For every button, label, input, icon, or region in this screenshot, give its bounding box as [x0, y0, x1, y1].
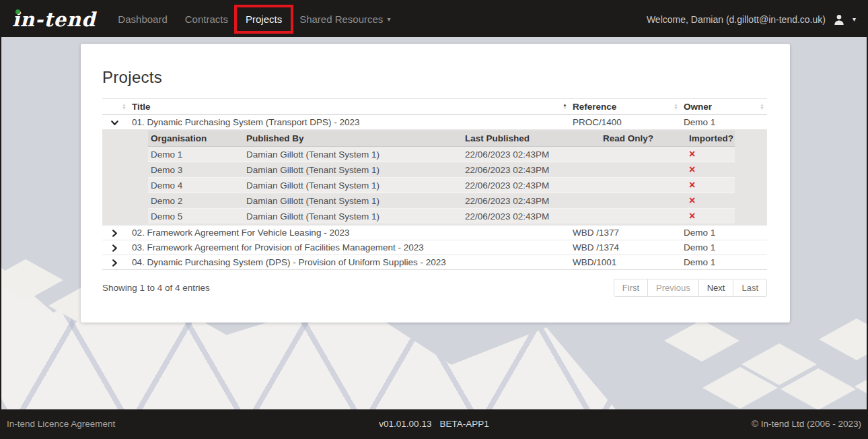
detail-row: Organisation Published By Last Published… — [102, 129, 767, 226]
main-nav: Dashboard Contracts Projects Shared Reso… — [109, 7, 399, 31]
caret-down-icon: ▾ — [853, 16, 856, 23]
detail-header-row: Organisation Published By Last Published… — [148, 131, 735, 147]
expand-toggle[interactable] — [102, 255, 129, 270]
project-reference: WBD /1377 — [570, 226, 681, 240]
read-only — [600, 193, 686, 209]
table-row[interactable]: 03. Framework Agreement for Provision of… — [102, 240, 767, 255]
chevron-down-icon — [110, 119, 119, 127]
column-header-reference[interactable]: Reference ▲▼ — [570, 99, 681, 115]
column-header-title[interactable]: Title ▲▼ — [129, 99, 570, 115]
published-by: Damian Gillott (Tenant System 1) — [244, 162, 462, 178]
project-reference: WBD/1001 — [570, 255, 681, 270]
detail-data-row: Demo 2 Damian Gillott (Tenant System 1) … — [148, 193, 735, 209]
column-header-last-published: Last Published — [462, 131, 600, 147]
table-row[interactable]: 01. Dynamic Purchasing System (Transport… — [102, 115, 767, 130]
logo-green-dot-icon — [15, 9, 20, 14]
project-title: 02. Framework Agreement For Vehicle Leas… — [129, 226, 570, 240]
chevron-right-icon — [110, 259, 119, 267]
publication-details: Organisation Published By Last Published… — [102, 129, 767, 225]
last-published: 22/06/2023 02:43PM — [462, 193, 600, 209]
page-title: Projects — [102, 68, 790, 87]
copyright-text: © In-tend Ltd (2006 - 2023) — [489, 419, 861, 429]
project-title: 03. Framework Agreement for Provision of… — [129, 240, 570, 255]
project-reference: WBD /1374 — [570, 240, 681, 255]
published-by: Damian Gillott (Tenant System 1) — [244, 209, 462, 224]
project-owner: Demo 1 — [681, 240, 767, 255]
nav-item-contracts[interactable]: Contracts — [176, 7, 237, 31]
project-reference: PROC/1400 — [570, 115, 681, 130]
not-imported-icon: × — [689, 164, 695, 175]
pagination-last-button[interactable]: Last — [733, 279, 767, 297]
last-published: 22/06/2023 02:43PM — [462, 162, 600, 178]
organisation: Demo 5 — [148, 209, 244, 224]
organisation: Demo 2 — [148, 193, 244, 209]
welcome-text: Welcome, Damian (d.gillott@in-tend.co.uk… — [647, 14, 826, 25]
chevron-right-icon — [110, 229, 119, 238]
column-header-owner[interactable]: Owner ▲▼ — [681, 99, 767, 115]
published-by: Damian Gillott (Tenant System 1) — [244, 193, 462, 209]
top-navbar: in-tend Dashboard Contracts Projects Sha… — [1, 1, 867, 37]
table-row[interactable]: 02. Framework Agreement For Vehicle Leas… — [102, 226, 767, 240]
project-owner: Demo 1 — [681, 226, 767, 240]
not-imported-icon: × — [689, 195, 695, 206]
pagination-next-button[interactable]: Next — [698, 279, 734, 297]
entries-summary: Showing 1 to 4 of 4 entries — [102, 283, 210, 293]
pagination-previous-button[interactable]: Previous — [647, 279, 699, 297]
organisation: Demo 1 — [148, 147, 244, 162]
projects-card: Projects ▲▼ Titl — [81, 44, 790, 323]
last-published: 22/06/2023 02:43PM — [462, 178, 600, 193]
project-owner: Demo 1 — [681, 255, 767, 270]
organisation: Demo 3 — [148, 162, 244, 178]
organisation: Demo 4 — [148, 178, 244, 193]
project-title: 04. Dynamic Purchasing System (DPS) - Pr… — [129, 255, 570, 270]
sort-ascending-icon: ▲▼ — [563, 104, 567, 110]
licence-agreement-link[interactable]: In-tend Licence Agreement — [7, 419, 379, 429]
user-icon — [832, 13, 846, 26]
pagination-first-button[interactable]: First — [614, 279, 648, 297]
published-by: Damian Gillott (Tenant System 1) — [244, 178, 462, 193]
detail-data-row: Demo 3 Damian Gillott (Tenant System 1) … — [148, 162, 735, 178]
footer: In-tend Licence Agreement v01.01.00.13 B… — [1, 409, 867, 438]
not-imported-icon: × — [689, 210, 695, 222]
environment-label: BETA-APP1 — [439, 419, 489, 429]
nav-item-shared-resources[interactable]: Shared Resources ▾ — [291, 7, 399, 31]
not-imported-icon: × — [689, 179, 695, 191]
column-header-organisation: Organisation — [148, 131, 244, 147]
read-only — [600, 147, 686, 162]
publications-table: Organisation Published By Last Published… — [148, 130, 735, 224]
collapse-toggle[interactable] — [102, 115, 129, 130]
sort-icon: ▲▼ — [122, 104, 126, 110]
table-header-row: ▲▼ Title ▲▼ Refere — [102, 99, 767, 115]
column-header-published-by: Published By — [244, 131, 462, 147]
read-only — [600, 178, 686, 193]
user-menu[interactable]: Welcome, Damian (d.gillott@in-tend.co.uk… — [647, 13, 856, 26]
not-imported-icon: × — [689, 148, 695, 160]
version-info: v01.01.00.13 BETA-APP1 — [379, 419, 489, 429]
project-title: 01. Dynamic Purchasing System (Transport… — [129, 115, 570, 130]
detail-data-row: Demo 4 Damian Gillott (Tenant System 1) … — [148, 178, 735, 193]
sort-icon: ▲▼ — [760, 104, 764, 110]
detail-data-row: Demo 5 Damian Gillott (Tenant System 1) … — [148, 209, 735, 224]
nav-item-projects[interactable]: Projects — [237, 7, 291, 31]
logo-text: in-tend — [12, 8, 96, 31]
version-number: v01.01.00.13 — [379, 419, 431, 429]
expand-toggle[interactable] — [102, 240, 129, 255]
app-logo[interactable]: in-tend — [12, 8, 96, 31]
table-row[interactable]: 04. Dynamic Purchasing System (DPS) - Pr… — [102, 255, 767, 270]
pagination: First Previous Next Last — [614, 279, 767, 297]
nav-item-dashboard[interactable]: Dashboard — [109, 7, 176, 31]
published-by: Damian Gillott (Tenant System 1) — [244, 147, 462, 162]
projects-table: ▲▼ Title ▲▼ Refere — [102, 98, 767, 270]
column-header-imported: Imported? — [686, 131, 735, 147]
project-owner: Demo 1 — [681, 115, 767, 130]
expand-toggle[interactable] — [102, 226, 129, 240]
read-only — [600, 162, 686, 178]
chevron-right-icon — [110, 244, 119, 252]
detail-data-row: Demo 1 Damian Gillott (Tenant System 1) … — [148, 147, 735, 162]
expander-column-header[interactable]: ▲▼ — [102, 99, 129, 115]
app-window: in-tend Dashboard Contracts Projects Sha… — [0, 0, 868, 439]
last-published: 22/06/2023 02:43PM — [462, 147, 600, 162]
column-header-read-only: Read Only? — [600, 131, 686, 147]
last-published: 22/06/2023 02:43PM — [462, 209, 600, 224]
caret-down-icon: ▾ — [387, 16, 390, 23]
